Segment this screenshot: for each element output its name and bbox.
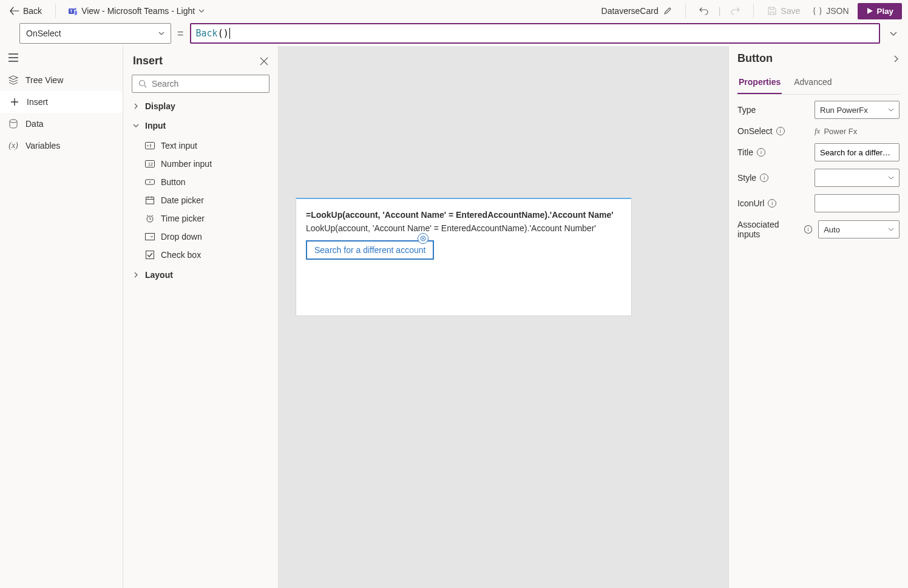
info-icon[interactable]: i xyxy=(776,127,785,135)
insert-number-input[interactable]: 12 Number input xyxy=(123,155,278,173)
tab-advanced[interactable]: Advanced xyxy=(793,72,833,94)
chevron-down-icon xyxy=(158,30,164,36)
insert-item-label: Check box xyxy=(161,250,201,260)
card-preview[interactable]: =LookUp(account, 'Account Name' = Entere… xyxy=(296,198,632,316)
group-label: Layout xyxy=(145,270,173,280)
prop-associated-select[interactable]: Auto xyxy=(818,220,900,238)
group-input[interactable]: Input xyxy=(123,116,278,135)
prop-associated-value: Auto xyxy=(824,225,840,234)
prop-type-select[interactable]: Run PowerFx xyxy=(815,101,900,119)
insert-item-label: Time picker xyxy=(161,214,205,223)
document-name[interactable]: DataverseCard xyxy=(598,5,676,17)
chevron-right-icon[interactable] xyxy=(892,55,900,63)
prop-label-text: IconUrl xyxy=(737,198,764,208)
prop-label-iconurl: IconUrl i xyxy=(737,198,776,208)
rail-item-label: Insert xyxy=(27,97,48,107)
formula-bar: OnSelect = Back() xyxy=(0,22,908,46)
plus-icon xyxy=(10,97,19,107)
arrow-left-icon xyxy=(10,7,19,15)
close-icon[interactable] xyxy=(260,57,268,66)
chevron-right-icon xyxy=(133,103,140,109)
divider xyxy=(55,4,56,18)
svg-rect-12 xyxy=(146,234,155,240)
theme-selector[interactable]: T View - Microsoft Teams - Light xyxy=(66,5,207,17)
insert-text-input[interactable]: Text input xyxy=(123,137,278,155)
checkbox-icon xyxy=(145,251,155,259)
hamburger-button[interactable] xyxy=(0,46,123,69)
info-icon[interactable]: i xyxy=(760,174,768,182)
chevron-right-icon xyxy=(133,272,140,278)
insert-header: Insert xyxy=(123,52,278,72)
rail-item-label: Tree View xyxy=(25,75,63,85)
prop-row-title: Title i xyxy=(737,143,900,161)
play-icon xyxy=(866,7,873,15)
prop-label-title: Title i xyxy=(737,147,765,157)
group-input-items: Text input 12 Number input Button Date p… xyxy=(123,135,278,265)
document-name-text: DataverseCard xyxy=(601,6,659,16)
group-label: Display xyxy=(145,101,175,111)
prop-onselect-text: Power Fx xyxy=(824,127,857,136)
prop-row-onselect: OnSelect i fx Power Fx xyxy=(737,126,900,136)
rail-item-insert[interactable]: Insert xyxy=(0,91,123,113)
canvas[interactable]: =LookUp(account, 'Account Name' = Entere… xyxy=(279,46,728,588)
card-button-label: Search for a different account xyxy=(314,245,425,255)
layers-icon xyxy=(8,75,18,85)
body: Tree View Insert Data (x) Variables Inse… xyxy=(0,46,908,588)
insert-time-picker[interactable]: Time picker xyxy=(123,209,278,228)
insert-date-picker[interactable]: Date picker xyxy=(123,191,278,209)
deselect-handle-icon[interactable] xyxy=(418,233,429,244)
group-layout[interactable]: Layout xyxy=(123,265,278,285)
prop-label-onselect: OnSelect i xyxy=(737,126,785,136)
prop-title-input[interactable] xyxy=(815,143,900,161)
formula-args: () xyxy=(218,28,229,39)
prop-iconurl-input[interactable] xyxy=(815,194,900,212)
info-icon[interactable]: i xyxy=(768,199,776,208)
group-display[interactable]: Display xyxy=(123,96,278,116)
database-icon xyxy=(8,119,18,129)
tab-properties[interactable]: Properties xyxy=(737,72,782,94)
card-search-button[interactable]: Search for a different account xyxy=(306,240,434,260)
insert-search[interactable] xyxy=(132,75,269,93)
prop-label-text: Associated inputs xyxy=(737,220,801,239)
svg-text:T: T xyxy=(70,9,73,13)
properties-panel: Button Properties Advanced Type Run Powe… xyxy=(728,46,908,588)
insert-item-label: Date picker xyxy=(161,195,204,205)
rail-item-tree-view[interactable]: Tree View xyxy=(0,69,123,91)
prop-label-text: Title xyxy=(737,147,753,157)
prop-row-associated: Associated inputs i Auto xyxy=(737,220,900,239)
prop-type-value: Run PowerFx xyxy=(820,106,868,115)
prop-style-select[interactable] xyxy=(815,169,900,187)
insert-search-input[interactable] xyxy=(152,79,263,89)
insert-item-label: Number input xyxy=(161,159,212,169)
redo-button xyxy=(727,4,744,18)
property-selector-value: OnSelect xyxy=(26,29,61,38)
play-button[interactable]: Play xyxy=(858,3,902,19)
prop-row-iconurl: IconUrl i xyxy=(737,194,900,212)
chevron-down-icon xyxy=(198,8,205,14)
number-input-icon: 12 xyxy=(145,160,155,167)
insert-button[interactable]: Button xyxy=(123,173,278,191)
properties-list: Type Run PowerFx OnSelect i fx Power Fx xyxy=(737,101,900,239)
save-button: Save xyxy=(764,4,804,18)
divider xyxy=(685,4,686,18)
rail-item-variables[interactable]: (x) Variables xyxy=(0,135,123,157)
property-selector[interactable]: OnSelect xyxy=(19,23,171,44)
back-button[interactable]: Back xyxy=(6,5,46,17)
insert-check-box[interactable]: Check box xyxy=(123,246,278,264)
info-icon[interactable]: i xyxy=(757,148,765,157)
insert-panel: Insert Display Input Te xyxy=(123,46,279,588)
formula-input[interactable]: Back() xyxy=(190,23,880,44)
undo-button[interactable] xyxy=(696,4,713,18)
clock-icon xyxy=(145,214,155,223)
svg-point-3 xyxy=(10,120,17,123)
insert-item-label: Drop down xyxy=(161,232,202,242)
button-icon xyxy=(145,178,155,186)
insert-drop-down[interactable]: Drop down xyxy=(123,228,278,246)
svg-rect-10 xyxy=(146,197,154,204)
prop-onselect-value[interactable]: fx Power Fx xyxy=(815,126,900,136)
json-button[interactable]: { } JSON xyxy=(808,4,852,18)
formula-expand-button[interactable] xyxy=(885,23,902,44)
rail-item-data[interactable]: Data xyxy=(0,113,123,135)
info-icon[interactable]: i xyxy=(804,225,812,234)
prop-label-text: OnSelect xyxy=(737,126,773,136)
